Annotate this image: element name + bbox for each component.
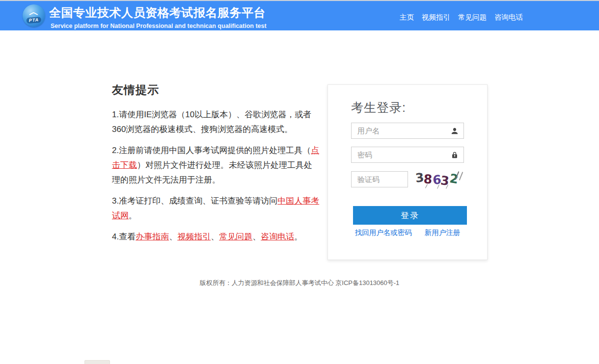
footer-copyright: 版权所有：人力资源和社会保障部人事考试中心 京ICP备13013060号-1 [0,279,599,287]
faq-link[interactable]: 常见问题 [219,232,252,241]
separator: 、 [211,232,219,241]
nav-home-link[interactable]: 主页 [400,13,414,22]
phone-link[interactable]: 咨询电话 [261,232,294,241]
login-links-row: 找回用户名或密码 新用户注册 [328,228,487,237]
site-subtitle: Service platform for National Profession… [51,23,267,29]
tip-see-also-post: 。 [294,232,302,241]
site-title-block: 全国专业技术人员资格考试报名服务平台 Service platform for … [49,5,267,29]
username-input[interactable] [351,123,464,139]
logo-text: PTA [26,17,41,24]
site-title: 全国专业技术人员资格考试报名服务平台 [49,5,267,21]
nav-video-guide-link[interactable]: 视频指引 [422,13,450,22]
separator: 、 [252,232,261,241]
captcha-digit: 3 [440,174,450,188]
forgot-credentials-link[interactable]: 找回用户名或密码 [355,228,412,237]
captcha-image[interactable]: 3 8 6 3 2 [415,169,465,190]
nav-phone-link[interactable]: 咨询电话 [494,13,523,22]
pta-logo-icon: ︿ PTA [23,4,45,27]
tip-photo-text-pre: 2.注册前请使用中国人事考试网提供的照片处理工具（ [112,146,311,155]
tip-browser: 1.请使用IE浏览器（10以上版本）、谷歌浏览器，或者360浏览器的极速模式、搜… [112,107,320,137]
login-panel: 考生登录: 3 8 6 3 [327,84,488,260]
tip-cpta-text-pre: 3.准考证打印、成绩查询、证书查验等请访问 [112,196,277,206]
password-field-wrap [351,147,464,163]
captcha-digit: 8 [423,172,433,186]
tip-browser-text: 1.请使用IE浏览器（10以上版本）、谷歌浏览器，或者360浏览器的极速模式、搜… [112,110,311,134]
user-icon [450,127,459,135]
video-guide-link[interactable]: 视频指引 [177,232,211,241]
header: ︿ PTA 全国专业技术人员资格考试报名服务平台 Service platfor… [0,0,599,30]
captcha-input[interactable] [351,171,408,187]
separator: 、 [169,232,177,241]
tip-photo-text-post: ）对照片文件进行处理。未经该照片处理工具处理的照片文件无法用于注册。 [112,160,312,184]
password-input[interactable] [351,147,464,163]
username-field-wrap [351,123,464,139]
login-heading: 考生登录: [351,100,406,116]
login-button[interactable]: 登录 [353,206,467,225]
friendly-tips-section: 友情提示 1.请使用IE浏览器（10以上版本）、谷歌浏览器，或者360浏览器的极… [112,82,320,251]
tip-photo-tool: 2.注册前请使用中国人事考试网提供的照片处理工具（点击下载）对照片文件进行处理。… [112,143,320,187]
nav-faq-link[interactable]: 常见问题 [458,13,487,22]
tip-cpta-site: 3.准考证打印、成绩查询、证书查验等请访问中国人事考试网。 [112,194,320,223]
header-nav: 主页 视频指引 常见问题 咨询电话 [400,13,523,22]
lock-icon [450,151,459,159]
captcha-field-wrap [351,171,408,187]
tips-heading: 友情提示 [112,82,320,98]
logo-arrow-icon: ︿ [29,7,39,17]
partially-visible-artifact [84,360,110,364]
captcha-digits: 3 8 6 3 2 [415,171,458,185]
tip-see-also-pre: 4.查看 [112,232,136,241]
captcha-noise-line [459,172,463,180]
register-link[interactable]: 新用户注册 [425,228,461,237]
tip-cpta-text-post: 。 [129,211,137,220]
tip-see-also: 4.查看办事指南、视频指引、常见问题、咨询电话。 [112,230,320,244]
service-guide-link[interactable]: 办事指南 [136,232,169,241]
